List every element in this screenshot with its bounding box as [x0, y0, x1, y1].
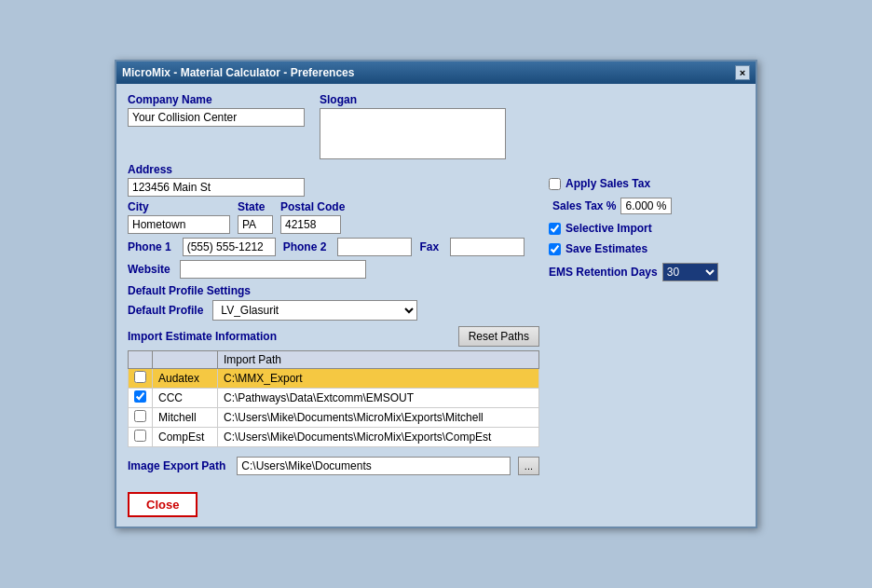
reset-paths-button[interactable]: Reset Paths: [458, 326, 539, 347]
row-check-cell: [129, 389, 153, 408]
import-section-label: Import Estimate Information: [128, 330, 277, 343]
postal-col: Postal Code: [280, 200, 345, 234]
address-input[interactable]: [128, 178, 305, 197]
postal-input[interactable]: [280, 215, 341, 234]
right-panel: Apply Sales Tax Sales Tax % Selective Im…: [549, 93, 744, 517]
slogan-input[interactable]: [320, 108, 506, 159]
default-profile-section-label: Default Profile Settings: [128, 284, 539, 297]
postal-label: Postal Code: [280, 200, 345, 213]
row-path: C:\MMX_Export: [218, 369, 539, 389]
website-row: Website: [128, 260, 539, 279]
default-profile-select[interactable]: LV_Glasurit: [212, 300, 417, 321]
ems-retention-row: EMS Retention Days 30: [549, 263, 744, 281]
row-name: CompEst: [153, 428, 218, 447]
row-name: Audatex: [153, 369, 218, 389]
row-checkbox[interactable]: [134, 390, 146, 403]
phone2-label: Phone 2: [283, 240, 327, 253]
save-estimates-label: Save Estimates: [565, 242, 647, 255]
table-header-path: Import Path: [218, 351, 539, 369]
selective-import-row: Selective Import: [549, 222, 744, 235]
phone-row: Phone 1 Phone 2 Fax: [128, 238, 539, 256]
table-row: MitchellC:\Users\Mike\Documents\MicroMix…: [129, 408, 539, 428]
company-name-col: Company Name: [128, 93, 305, 127]
row-path: C:\Users\Mike\Documents\MicroMix\Exports…: [218, 408, 539, 428]
company-slogan-row: Company Name Slogan: [128, 93, 539, 159]
fax-input[interactable]: [450, 238, 525, 256]
selective-import-label: Selective Import: [565, 222, 652, 235]
city-state-postal-row: City State Postal Code: [128, 200, 539, 234]
phone1-label: Phone 1: [128, 240, 171, 253]
default-profile-row: Default Profile LV_Glasurit: [128, 300, 539, 321]
main-window: MicroMix - Material Calculator - Prefere…: [115, 60, 757, 528]
browse-button[interactable]: ...: [518, 457, 539, 475]
website-label: Website: [128, 263, 170, 276]
row-name: Mitchell: [153, 408, 218, 428]
table-header-check: [129, 351, 153, 369]
selective-import-checkbox[interactable]: [549, 223, 561, 235]
slogan-label: Slogan: [320, 93, 506, 106]
content-area: Company Name Slogan Address C: [116, 84, 756, 526]
company-name-input[interactable]: [128, 108, 305, 127]
row-checkbox[interactable]: [134, 430, 146, 442]
apply-sales-tax-checkbox[interactable]: [549, 178, 561, 190]
row-checkbox[interactable]: [134, 371, 146, 383]
state-col: State: [238, 200, 273, 234]
close-button[interactable]: Close: [128, 492, 198, 517]
city-col: City: [128, 200, 230, 234]
main-layout: Company Name Slogan Address C: [128, 93, 744, 517]
website-input[interactable]: [180, 260, 366, 279]
sales-tax-label: Sales Tax %: [552, 199, 616, 212]
ems-retention-label: EMS Retention Days: [549, 266, 658, 279]
save-estimates-checkbox[interactable]: [549, 243, 561, 255]
address-label: Address: [128, 163, 539, 176]
row-check-cell: [129, 408, 153, 428]
table-row: CCCC:\Pathways\Data\Extcomm\EMSOUT: [129, 389, 539, 408]
import-section: Import Estimate Information Reset Paths …: [128, 326, 539, 447]
phone2-input[interactable]: [337, 238, 412, 256]
address-col: Address: [128, 163, 539, 197]
sales-tax-row: Sales Tax %: [549, 198, 744, 214]
row-check-cell: [129, 428, 153, 447]
ems-retention-select[interactable]: 30: [662, 263, 718, 281]
row-checkbox[interactable]: [134, 410, 146, 422]
company-name-label: Company Name: [128, 93, 305, 106]
row-path: C:\Users\Mike\Documents\MicroMix\Exports…: [218, 428, 539, 447]
close-window-button[interactable]: ×: [735, 65, 750, 80]
row-path: C:\Pathways\Data\Extcomm\EMSOUT: [218, 389, 539, 408]
default-profile-label: Default Profile: [128, 304, 203, 317]
row-name: CCC: [153, 389, 218, 408]
import-table: Import Path AudatexC:\MMX_ExportCCCC:\Pa…: [128, 350, 539, 447]
city-input[interactable]: [128, 215, 230, 234]
save-estimates-row: Save Estimates: [549, 242, 744, 255]
table-header-name: [153, 351, 218, 369]
row-check-cell: [129, 369, 153, 389]
fax-label: Fax: [419, 240, 439, 253]
footer-row: Close: [128, 483, 539, 517]
window-title: MicroMix - Material Calculator - Prefere…: [122, 66, 354, 79]
state-input[interactable]: [238, 215, 273, 234]
apply-sales-tax-row: Apply Sales Tax: [549, 177, 744, 190]
sales-tax-input[interactable]: [620, 198, 672, 214]
default-profile-section: Default Profile Settings Default Profile…: [128, 284, 539, 321]
import-header-row: Import Estimate Information Reset Paths: [128, 326, 539, 349]
image-export-label: Image Export Path: [128, 459, 225, 472]
left-panel: Company Name Slogan Address C: [128, 93, 539, 517]
table-row: CompEstC:\Users\Mike\Documents\MicroMix\…: [129, 428, 539, 447]
phone1-input[interactable]: [183, 238, 276, 256]
table-row: AudatexC:\MMX_Export: [129, 369, 539, 389]
title-bar: MicroMix - Material Calculator - Prefere…: [116, 62, 756, 84]
apply-sales-tax-label: Apply Sales Tax: [565, 177, 650, 190]
state-label: State: [238, 200, 273, 213]
image-export-row: Image Export Path ...: [128, 457, 539, 475]
city-label: City: [128, 200, 230, 213]
image-export-input[interactable]: [237, 457, 510, 475]
slogan-col: Slogan: [320, 93, 506, 159]
